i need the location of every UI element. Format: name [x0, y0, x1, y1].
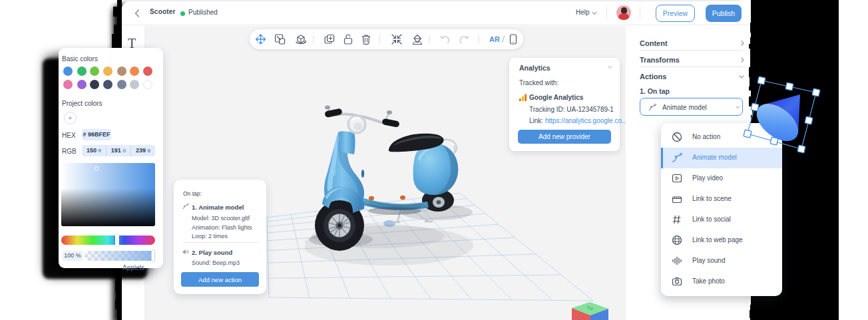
- svg-text:AR: AR: [489, 35, 500, 43]
